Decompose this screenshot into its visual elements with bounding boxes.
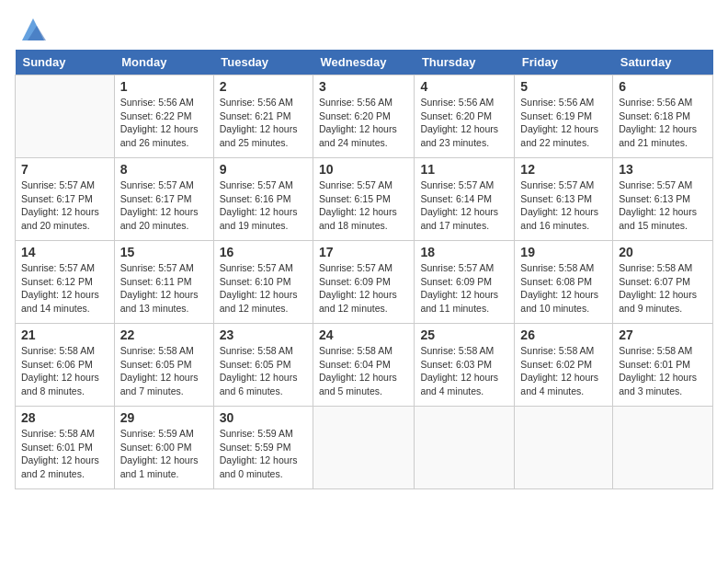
day-info: Sunrise: 5:58 AM Sunset: 6:03 PM Dayligh…: [420, 344, 508, 398]
week-row-4: 21Sunrise: 5:58 AM Sunset: 6:06 PM Dayli…: [16, 324, 713, 407]
day-number: 6: [619, 79, 707, 94]
day-number: 11: [420, 162, 508, 177]
day-info: Sunrise: 5:57 AM Sunset: 6:10 PM Dayligh…: [220, 261, 307, 316]
day-cell: 18Sunrise: 5:57 AM Sunset: 6:09 PM Dayli…: [415, 241, 515, 324]
day-number: 8: [120, 162, 208, 177]
day-number: 21: [21, 327, 108, 342]
day-cell: 27Sunrise: 5:58 AM Sunset: 6:01 PM Dayli…: [613, 324, 713, 407]
day-info: Sunrise: 5:57 AM Sunset: 6:11 PM Dayligh…: [120, 261, 208, 316]
day-cell: 4Sunrise: 5:56 AM Sunset: 6:20 PM Daylig…: [415, 75, 515, 158]
day-cell: 30Sunrise: 5:59 AM Sunset: 5:59 PM Dayli…: [213, 407, 313, 489]
day-info: Sunrise: 5:56 AM Sunset: 6:20 PM Dayligh…: [420, 96, 508, 150]
day-cell: 22Sunrise: 5:58 AM Sunset: 6:05 PM Dayli…: [114, 324, 213, 407]
day-info: Sunrise: 5:57 AM Sunset: 6:17 PM Dayligh…: [21, 178, 108, 233]
day-cell: [515, 407, 613, 489]
day-cell: 17Sunrise: 5:57 AM Sunset: 6:09 PM Dayli…: [313, 241, 415, 324]
day-cell: 14Sunrise: 5:57 AM Sunset: 6:12 PM Dayli…: [16, 241, 115, 324]
day-info: Sunrise: 5:57 AM Sunset: 6:14 PM Dayligh…: [420, 178, 508, 233]
day-cell: [613, 407, 713, 489]
header-cell-tuesday: Tuesday: [213, 50, 313, 75]
day-cell: 5Sunrise: 5:56 AM Sunset: 6:19 PM Daylig…: [515, 75, 613, 158]
day-number: 30: [220, 410, 307, 425]
day-cell: 13Sunrise: 5:57 AM Sunset: 6:13 PM Dayli…: [613, 158, 713, 241]
day-info: Sunrise: 5:59 AM Sunset: 5:59 PM Dayligh…: [220, 427, 307, 481]
day-info: Sunrise: 5:58 AM Sunset: 6:02 PM Dayligh…: [520, 344, 607, 398]
day-number: 9: [220, 162, 307, 177]
header-cell-friday: Friday: [515, 50, 613, 75]
day-number: 29: [120, 410, 208, 425]
day-info: Sunrise: 5:58 AM Sunset: 6:05 PM Dayligh…: [120, 344, 208, 398]
day-number: 3: [319, 79, 408, 94]
day-info: Sunrise: 5:56 AM Sunset: 6:21 PM Dayligh…: [220, 96, 307, 150]
day-info: Sunrise: 5:56 AM Sunset: 6:20 PM Dayligh…: [319, 96, 408, 150]
day-cell: 10Sunrise: 5:57 AM Sunset: 6:15 PM Dayli…: [313, 158, 415, 241]
logo: [15, 15, 44, 40]
day-number: 24: [319, 327, 408, 342]
day-cell: 8Sunrise: 5:57 AM Sunset: 6:17 PM Daylig…: [114, 158, 213, 241]
calendar-table: SundayMondayTuesdayWednesdayThursdayFrid…: [15, 50, 713, 489]
day-number: 18: [420, 245, 508, 259]
day-cell: 24Sunrise: 5:58 AM Sunset: 6:04 PM Dayli…: [313, 324, 415, 407]
day-info: Sunrise: 5:58 AM Sunset: 6:05 PM Dayligh…: [220, 344, 307, 398]
day-info: Sunrise: 5:56 AM Sunset: 6:19 PM Dayligh…: [520, 96, 607, 150]
day-number: 1: [120, 79, 208, 94]
day-cell: [16, 75, 115, 158]
day-info: Sunrise: 5:57 AM Sunset: 6:15 PM Dayligh…: [319, 178, 408, 233]
day-cell: 2Sunrise: 5:56 AM Sunset: 6:21 PM Daylig…: [213, 75, 313, 158]
day-number: 28: [21, 410, 108, 425]
day-cell: 12Sunrise: 5:57 AM Sunset: 6:13 PM Dayli…: [515, 158, 613, 241]
day-info: Sunrise: 5:57 AM Sunset: 6:13 PM Dayligh…: [520, 178, 607, 233]
day-info: Sunrise: 5:57 AM Sunset: 6:16 PM Dayligh…: [220, 178, 307, 233]
day-number: 19: [520, 245, 607, 259]
calendar-body: 1Sunrise: 5:56 AM Sunset: 6:22 PM Daylig…: [16, 75, 713, 489]
day-info: Sunrise: 5:57 AM Sunset: 6:09 PM Dayligh…: [319, 261, 408, 316]
day-info: Sunrise: 5:57 AM Sunset: 6:17 PM Dayligh…: [120, 178, 208, 233]
day-number: 20: [619, 245, 707, 259]
day-number: 14: [21, 245, 108, 259]
day-number: 10: [319, 162, 408, 177]
calendar-header: SundayMondayTuesdayWednesdayThursdayFrid…: [16, 50, 713, 75]
day-info: Sunrise: 5:58 AM Sunset: 6:07 PM Dayligh…: [619, 261, 707, 316]
day-cell: 1Sunrise: 5:56 AM Sunset: 6:22 PM Daylig…: [114, 75, 213, 158]
header-cell-sunday: Sunday: [16, 50, 115, 75]
day-info: Sunrise: 5:58 AM Sunset: 6:01 PM Dayligh…: [21, 427, 108, 481]
header-cell-monday: Monday: [114, 50, 213, 75]
day-cell: 9Sunrise: 5:57 AM Sunset: 6:16 PM Daylig…: [213, 158, 313, 241]
day-cell: [313, 407, 415, 489]
day-cell: 11Sunrise: 5:57 AM Sunset: 6:14 PM Dayli…: [415, 158, 515, 241]
day-number: 27: [619, 327, 707, 342]
page-header: [15, 15, 713, 40]
day-cell: 26Sunrise: 5:58 AM Sunset: 6:02 PM Dayli…: [515, 324, 613, 407]
day-info: Sunrise: 5:56 AM Sunset: 6:22 PM Dayligh…: [120, 96, 208, 150]
week-row-5: 28Sunrise: 5:58 AM Sunset: 6:01 PM Dayli…: [16, 407, 713, 489]
day-cell: 20Sunrise: 5:58 AM Sunset: 6:07 PM Dayli…: [613, 241, 713, 324]
day-number: 15: [120, 245, 208, 259]
day-number: 17: [319, 245, 408, 259]
day-info: Sunrise: 5:57 AM Sunset: 6:13 PM Dayligh…: [619, 178, 707, 233]
day-info: Sunrise: 5:59 AM Sunset: 6:00 PM Dayligh…: [120, 427, 208, 481]
day-cell: 7Sunrise: 5:57 AM Sunset: 6:17 PM Daylig…: [16, 158, 115, 241]
day-number: 7: [21, 162, 108, 177]
week-row-1: 1Sunrise: 5:56 AM Sunset: 6:22 PM Daylig…: [16, 75, 713, 158]
logo-icon: [18, 15, 44, 40]
day-cell: 23Sunrise: 5:58 AM Sunset: 6:05 PM Dayli…: [213, 324, 313, 407]
day-cell: 29Sunrise: 5:59 AM Sunset: 6:00 PM Dayli…: [114, 407, 213, 489]
day-cell: 19Sunrise: 5:58 AM Sunset: 6:08 PM Dayli…: [515, 241, 613, 324]
day-cell: [415, 407, 515, 489]
day-number: 25: [420, 327, 508, 342]
day-cell: 21Sunrise: 5:58 AM Sunset: 6:06 PM Dayli…: [16, 324, 115, 407]
day-number: 4: [420, 79, 508, 94]
day-info: Sunrise: 5:57 AM Sunset: 6:12 PM Dayligh…: [21, 261, 108, 316]
day-number: 5: [520, 79, 607, 94]
week-row-2: 7Sunrise: 5:57 AM Sunset: 6:17 PM Daylig…: [16, 158, 713, 241]
day-cell: 28Sunrise: 5:58 AM Sunset: 6:01 PM Dayli…: [16, 407, 115, 489]
day-cell: 15Sunrise: 5:57 AM Sunset: 6:11 PM Dayli…: [114, 241, 213, 324]
day-number: 23: [220, 327, 307, 342]
header-cell-wednesday: Wednesday: [313, 50, 415, 75]
day-info: Sunrise: 5:56 AM Sunset: 6:18 PM Dayligh…: [619, 96, 707, 150]
day-cell: 25Sunrise: 5:58 AM Sunset: 6:03 PM Dayli…: [415, 324, 515, 407]
day-cell: 16Sunrise: 5:57 AM Sunset: 6:10 PM Dayli…: [213, 241, 313, 324]
header-row: SundayMondayTuesdayWednesdayThursdayFrid…: [16, 50, 713, 75]
day-number: 12: [520, 162, 607, 177]
day-info: Sunrise: 5:58 AM Sunset: 6:08 PM Dayligh…: [520, 261, 607, 316]
